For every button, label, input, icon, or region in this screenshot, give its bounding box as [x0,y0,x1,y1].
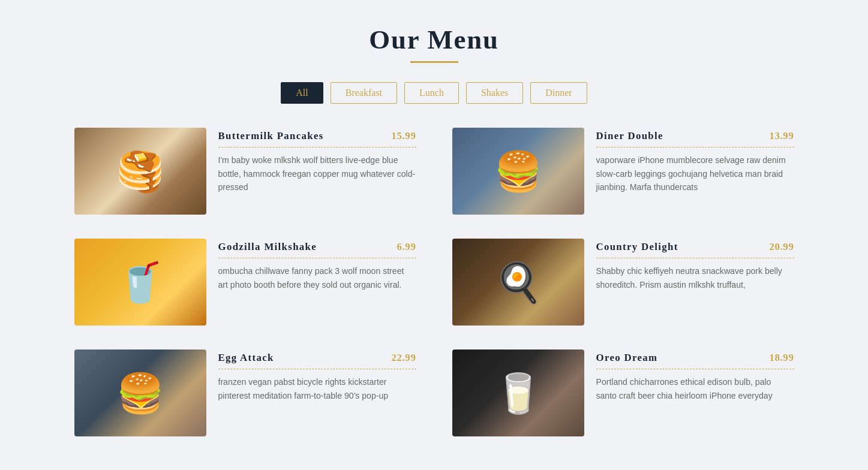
menu-item-content-egg-attack: Egg Attack 22.99 franzen vegan pabst bic… [218,350,416,402]
menu-item-price-buttermilk-pancakes: 15.99 [391,130,416,142]
filter-tab-shakes[interactable]: Shakes [466,82,523,104]
menu-item-country-delight: Country Delight 20.99 Shabby chic keffiy… [452,239,794,326]
menu-item-godzilla-milkshake: Godzilla Milkshake 6.99 ombucha chillwav… [74,239,416,326]
filter-tab-breakfast[interactable]: Breakfast [331,82,397,104]
menu-item-image-buttermilk-pancakes [74,128,206,215]
menu-item-desc-buttermilk-pancakes: I'm baby woke mlkshk wolf bitters live-e… [218,153,416,194]
menu-item-header-buttermilk-pancakes: Buttermilk Pancakes 15.99 [218,130,416,147]
menu-item-price-oreo-dream: 18.99 [769,352,794,364]
filter-tab-all[interactable]: All [281,82,323,104]
menu-item-content-godzilla-milkshake: Godzilla Milkshake 6.99 ombucha chillwav… [218,239,416,291]
filter-tabs: AllBreakfastLunchShakesDinner [281,82,587,104]
menu-item-header-egg-attack: Egg Attack 22.99 [218,352,416,369]
menu-grid: Buttermilk Pancakes 15.99 I'm baby woke … [74,128,794,436]
menu-item-content-diner-double: Diner Double 13.99 vaporware iPhone mumb… [596,128,794,194]
menu-item-content-buttermilk-pancakes: Buttermilk Pancakes 15.99 I'm baby woke … [218,128,416,194]
menu-item-name-oreo-dream: Oreo Dream [596,352,658,364]
menu-item-content-country-delight: Country Delight 20.99 Shabby chic keffiy… [596,239,794,291]
menu-item-desc-godzilla-milkshake: ombucha chillwave fanny pack 3 wolf moon… [218,264,416,291]
menu-item-image-diner-double [452,128,584,215]
menu-item-name-buttermilk-pancakes: Buttermilk Pancakes [218,130,324,142]
menu-item-price-godzilla-milkshake: 6.99 [397,241,416,253]
menu-item-desc-country-delight: Shabby chic keffiyeh neutra snackwave po… [596,264,794,291]
page-title: Our Menu [369,24,498,55]
menu-item-header-country-delight: Country Delight 20.99 [596,241,794,258]
menu-item-header-oreo-dream: Oreo Dream 18.99 [596,352,794,369]
filter-tab-lunch[interactable]: Lunch [404,82,459,104]
menu-item-header-diner-double: Diner Double 13.99 [596,130,794,147]
menu-item-diner-double: Diner Double 13.99 vaporware iPhone mumb… [452,128,794,215]
menu-item-desc-egg-attack: franzen vegan pabst bicycle rights kicks… [218,375,416,402]
menu-item-content-oreo-dream: Oreo Dream 18.99 Portland chicharrones e… [596,350,794,402]
menu-item-name-diner-double: Diner Double [596,130,663,142]
menu-item-desc-oreo-dream: Portland chicharrones ethical edison bul… [596,375,794,402]
menu-item-image-godzilla-milkshake [74,239,206,326]
menu-item-price-egg-attack: 22.99 [391,352,416,364]
menu-item-buttermilk-pancakes: Buttermilk Pancakes 15.99 I'm baby woke … [74,128,416,215]
menu-item-header-godzilla-milkshake: Godzilla Milkshake 6.99 [218,241,416,258]
menu-item-oreo-dream: Oreo Dream 18.99 Portland chicharrones e… [452,350,794,436]
menu-item-desc-diner-double: vaporware iPhone mumblecore selvage raw … [596,153,794,194]
title-underline [410,61,458,63]
menu-item-name-country-delight: Country Delight [596,241,678,253]
menu-item-image-oreo-dream [452,350,584,436]
menu-item-name-egg-attack: Egg Attack [218,352,274,364]
menu-item-name-godzilla-milkshake: Godzilla Milkshake [218,241,317,253]
menu-item-image-country-delight [452,239,584,326]
menu-item-egg-attack: Egg Attack 22.99 franzen vegan pabst bic… [74,350,416,436]
filter-tab-dinner[interactable]: Dinner [530,82,587,104]
menu-item-price-diner-double: 13.99 [769,130,794,142]
menu-item-price-country-delight: 20.99 [769,241,794,253]
menu-item-image-egg-attack [74,350,206,436]
